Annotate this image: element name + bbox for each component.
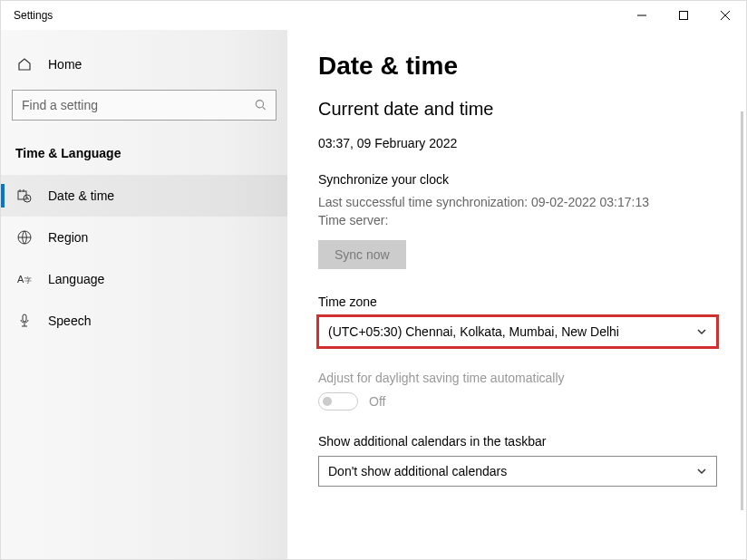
- timezone-label: Time zone: [318, 294, 715, 309]
- chevron-down-icon: [696, 466, 707, 477]
- current-datetime: 03:37, 09 February 2022: [318, 136, 715, 150]
- minimize-icon: [637, 11, 646, 20]
- timezone-dropdown[interactable]: (UTC+05:30) Chennai, Kolkata, Mumbai, Ne…: [318, 316, 717, 347]
- dst-state: Off: [369, 394, 385, 409]
- time-server: Time server:: [318, 213, 388, 227]
- dst-label: Adjust for daylight saving time automati…: [318, 371, 715, 385]
- scrollbar[interactable]: [741, 111, 743, 510]
- sidebar: Home Time & Language Date & time Region …: [1, 30, 287, 559]
- timezone-value: (UTC+05:30) Chennai, Kolkata, Mumbai, Ne…: [328, 324, 619, 339]
- svg-text:A: A: [17, 274, 24, 285]
- close-icon: [721, 11, 730, 20]
- nav-label: Language: [48, 272, 104, 286]
- svg-rect-15: [23, 314, 26, 322]
- calendars-value: Don't show additional calendars: [328, 464, 507, 478]
- svg-rect-1: [680, 12, 688, 20]
- calendars-label: Show additional calendars in the taskbar: [318, 434, 715, 449]
- nav-label: Date & time: [48, 188, 114, 203]
- window-title: Settings: [14, 9, 53, 22]
- svg-point-4: [256, 101, 263, 108]
- close-button[interactable]: [704, 1, 746, 30]
- home-nav[interactable]: Home: [1, 48, 287, 81]
- calendars-dropdown[interactable]: Don't show additional calendars: [318, 456, 717, 487]
- chevron-down-icon: [696, 326, 707, 337]
- last-sync: Last successful time synchronization: 09…: [318, 195, 649, 209]
- search-input[interactable]: [22, 98, 255, 112]
- main-content: Date & time Current date and time 03:37,…: [287, 30, 746, 559]
- titlebar: Settings: [1, 1, 746, 30]
- nav-label: Region: [48, 230, 88, 245]
- body-area: Home Time & Language Date & time Region …: [1, 30, 746, 559]
- svg-line-11: [27, 198, 29, 199]
- nav-language[interactable]: A字 Language: [1, 258, 287, 300]
- dst-toggle-row: Off: [318, 392, 715, 410]
- nav-date-time[interactable]: Date & time: [1, 175, 287, 217]
- category-header: Time & Language: [1, 139, 287, 175]
- home-icon: [17, 57, 32, 72]
- language-icon: A字: [17, 272, 32, 286]
- speech-icon: [17, 314, 32, 328]
- nav-speech[interactable]: Speech: [1, 300, 287, 342]
- nav-label: Speech: [48, 314, 91, 328]
- home-label: Home: [48, 57, 82, 72]
- page-title: Date & time: [318, 52, 715, 81]
- region-icon: [17, 230, 32, 245]
- window-controls: [621, 1, 746, 30]
- maximize-icon: [679, 11, 688, 20]
- minimize-button[interactable]: [621, 1, 663, 30]
- svg-text:字: 字: [24, 276, 32, 285]
- sync-heading: Synchronize your clock: [318, 172, 715, 187]
- nav-region[interactable]: Region: [1, 217, 287, 258]
- search-icon: [255, 99, 267, 111]
- sync-now-button[interactable]: Sync now: [318, 240, 406, 269]
- date-time-icon: [17, 188, 32, 203]
- maximize-button[interactable]: [663, 1, 704, 30]
- current-heading: Current date and time: [318, 99, 715, 120]
- search-box[interactable]: [12, 90, 276, 121]
- svg-line-5: [262, 107, 265, 110]
- sync-info: Last successful time synchronization: 09…: [318, 194, 715, 229]
- dst-toggle[interactable]: [318, 392, 358, 410]
